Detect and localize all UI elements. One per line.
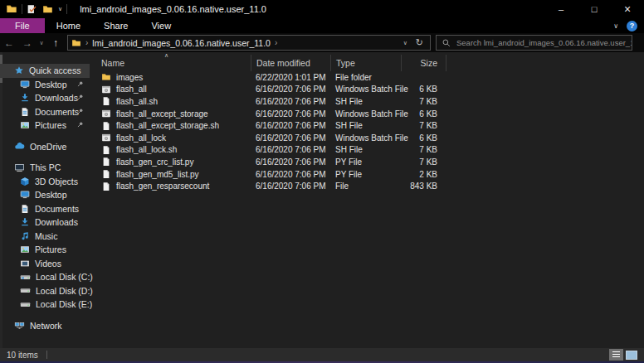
refresh-icon[interactable]: ↻ — [416, 37, 423, 48]
sidebar-item-onedrive[interactable]: OneDrive — [0, 140, 90, 154]
monitor-icon — [20, 80, 30, 90]
file-type: Windows Batch File — [330, 133, 401, 143]
file-name: flash_all_lock — [116, 133, 166, 143]
column-header-name[interactable]: Name — [90, 55, 251, 71]
sidebar-item-label: Desktop — [35, 80, 67, 90]
file-row[interactable]: flash_all_lock.sh 6/16/2020 7:06 PM SH F… — [90, 144, 644, 157]
file-row[interactable]: flash_all 6/16/2020 7:06 PM Windows Batc… — [90, 84, 644, 96]
sidebar-item-label: Documents — [35, 204, 79, 214]
large-icons-view-button[interactable] — [626, 351, 637, 360]
title-bar: ∨ lmi_android_images_0.06.16.native.user… — [0, 0, 644, 18]
file-size: 7 KB — [401, 145, 446, 154]
address-dropdown-icon[interactable]: ∨ — [403, 40, 407, 46]
qat-dropdown-icon[interactable]: ∨ — [58, 6, 62, 12]
up-icon[interactable]: ↑ — [46, 37, 65, 49]
sidebar-item-local-disk-d[interactable]: Local Disk (D:) — [0, 284, 90, 298]
tab-share[interactable]: Share — [92, 18, 139, 33]
recent-locations-icon[interactable]: ∨ — [37, 40, 46, 46]
folder-icon — [71, 38, 81, 48]
music-note-icon — [20, 231, 30, 241]
sidebar-item-pictures-pinned[interactable]: Pictures — [0, 119, 90, 133]
sidebar-item-label: Pictures — [35, 120, 66, 130]
tab-file[interactable]: File — [0, 18, 45, 33]
sidebar-item-label: Local Disk (E:) — [36, 299, 92, 309]
file-size: 6 KB — [401, 85, 446, 94]
sidebar-item-3d-objects[interactable]: 3D Objects — [0, 175, 90, 189]
divider — [22, 4, 22, 14]
new-folder-icon[interactable] — [42, 4, 53, 15]
ribbon-expand-icon[interactable]: ∨ — [613, 22, 618, 30]
file-name: flash_gen_md5_list.py — [116, 170, 199, 179]
close-button[interactable]: × — [611, 0, 644, 18]
sidebar-item-quick-access[interactable]: Quick access — [0, 64, 90, 78]
pictures-icon — [20, 120, 30, 130]
sidebar-item-this-pc[interactable]: This PC — [0, 161, 90, 175]
pin-icon — [76, 80, 84, 88]
tab-home[interactable]: Home — [45, 18, 92, 33]
file-type: File — [330, 182, 401, 191]
file-row[interactable]: flash_gen_md5_list.py 6/16/2020 7:06 PM … — [90, 168, 644, 181]
help-icon[interactable]: ? — [627, 21, 637, 31]
file-type: PY File — [330, 170, 401, 179]
file-row[interactable]: images 6/22/2020 1:01 PM File folder — [90, 71, 644, 84]
navigation-pane: Quick access Desktop Downloads Doc — [0, 52, 90, 348]
pin-icon — [76, 108, 84, 115]
sidebar-item-downloads-pinned[interactable]: Downloads — [0, 91, 90, 105]
file-icon — [101, 169, 111, 179]
sidebar-item-documents[interactable]: Documents — [0, 202, 90, 216]
explorer-window: ∨ lmi_android_images_0.06.16.native.user… — [0, 0, 644, 363]
file-name: flash_all_lock.sh — [116, 145, 177, 154]
sidebar-item-local-disk-e[interactable]: Local Disk (E:) — [0, 298, 90, 312]
sidebar-item-music[interactable]: Music — [0, 230, 90, 244]
sidebar-item-documents-pinned[interactable]: Documents — [0, 105, 90, 119]
file-row[interactable]: flash_all_except_storage.sh 6/16/2020 7:… — [90, 119, 644, 132]
file-name: images — [116, 73, 143, 82]
search-input[interactable]: Search lmi_android_images_0.06.16.native… — [436, 35, 632, 51]
ribbon-tabs: File Home Share View ∨ ? — [0, 18, 644, 33]
maximize-button[interactable]: □ — [578, 0, 611, 18]
file-date: 6/16/2020 7:06 PM — [251, 85, 330, 94]
sidebar-item-desktop[interactable]: Desktop — [0, 188, 90, 202]
sidebar-item-network[interactable]: Network — [0, 319, 90, 333]
sidebar-item-desktop-pinned[interactable]: Desktop — [0, 78, 90, 92]
sidebar-item-videos[interactable]: Videos — [0, 257, 90, 271]
column-header-type[interactable]: Type — [330, 55, 401, 71]
back-icon[interactable]: ← — [0, 37, 18, 49]
sidebar-item-label: OneDrive — [30, 142, 66, 152]
file-date: 6/16/2020 7:06 PM — [251, 145, 330, 154]
column-header-date-modified[interactable]: Date modified — [251, 55, 330, 71]
address-bar[interactable]: › lmi_android_images_0.06.16.native.user… — [67, 35, 431, 51]
minimize-button[interactable]: – — [544, 0, 578, 18]
breadcrumb[interactable]: lmi_android_images_0.06.16.native.user_1… — [92, 38, 271, 48]
sidebar-item-pictures[interactable]: Pictures — [0, 243, 90, 257]
column-divider[interactable] — [446, 55, 446, 71]
pictures-icon — [20, 244, 30, 254]
file-row[interactable]: flash_all_lock 6/16/2020 7:06 PM Windows… — [90, 132, 644, 144]
sidebar-item-downloads[interactable]: Downloads — [0, 215, 90, 230]
properties-check-icon[interactable] — [27, 4, 37, 15]
document-icon — [20, 107, 30, 117]
divider — [46, 351, 47, 359]
forward-icon[interactable]: → — [18, 37, 37, 49]
cube-icon — [20, 177, 30, 186]
file-date: 6/16/2020 7:06 PM — [251, 157, 330, 167]
file-row[interactable]: flash_all.sh 6/16/2020 7:06 PM SH File 7… — [90, 95, 644, 108]
file-type: SH File — [330, 97, 401, 106]
file-row[interactable]: flash_gen_resparsecount 6/16/2020 7:06 P… — [90, 180, 644, 192]
file-icon — [101, 121, 111, 131]
file-size: 7 KB — [401, 121, 446, 130]
details-view-button[interactable] — [609, 349, 623, 361]
file-row[interactable]: flash_all_except_storage 6/16/2020 7:06 … — [90, 108, 644, 120]
column-header-size[interactable]: Size — [401, 55, 446, 71]
file-date: 6/16/2020 7:06 PM — [251, 97, 330, 106]
tab-view[interactable]: View — [139, 18, 183, 33]
file-date: 6/16/2020 7:06 PM — [251, 182, 330, 191]
file-list-pane: ∧ Name Date modified Type Size images 6/… — [90, 52, 644, 348]
file-date: 6/16/2020 7:06 PM — [251, 121, 330, 130]
file-size: 7 KB — [401, 157, 446, 167]
file-row[interactable]: flash_gen_crc_list.py 6/16/2020 7:06 PM … — [90, 156, 644, 168]
sidebar-item-local-disk-c[interactable]: Local Disk (C:) — [0, 270, 90, 284]
file-name: flash_gen_resparsecount — [116, 182, 209, 191]
pin-icon — [76, 94, 84, 101]
window-title: lmi_android_images_0.06.16.native.user_1… — [80, 4, 266, 14]
